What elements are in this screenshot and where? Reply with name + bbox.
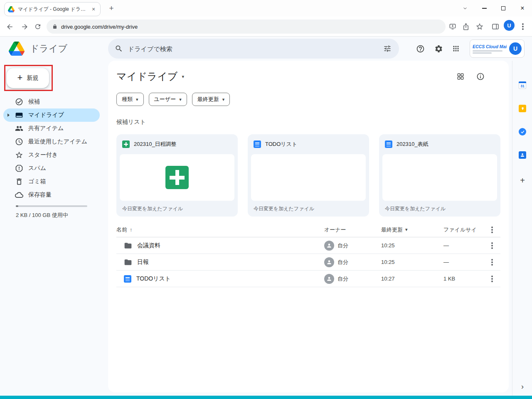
search-bar[interactable] xyxy=(108,39,399,59)
sidebar-item-spam[interactable]: スパム xyxy=(3,162,100,175)
tasks-app-button[interactable] xyxy=(517,126,528,138)
suggestion-c ards: 202310_日程調整 今日変更を加えたファイル TODOリスト 今日変更を加え… xyxy=(116,134,500,217)
settings-button[interactable] xyxy=(430,40,447,57)
calendar-app-button[interactable]: 31 xyxy=(517,79,528,91)
info-icon xyxy=(476,72,485,81)
trash-icon xyxy=(15,177,23,186)
docs-file-icon xyxy=(385,140,392,148)
row-menu-button[interactable] xyxy=(483,278,500,280)
column-label: 名前 xyxy=(116,226,127,234)
page-title-dropdown[interactable]: マイドライブ ▾ xyxy=(116,70,184,83)
suggestion-card[interactable]: TODOリスト 今日変更を加えたファイル xyxy=(248,134,369,217)
suggestion-reason: 今日変更を加えたファイル xyxy=(248,201,369,217)
file-thumbnail xyxy=(382,154,497,201)
grid-view-icon xyxy=(456,72,465,81)
file-row[interactable]: 日報 自分 10:25 — xyxy=(116,254,500,271)
sidebar-item-suggestions[interactable]: 候補 xyxy=(3,95,100,108)
browser-menu-button[interactable] xyxy=(517,20,529,33)
view-layout-button[interactable] xyxy=(455,71,466,82)
expand-arrow-icon[interactable] xyxy=(7,113,10,117)
column-settings-button[interactable] xyxy=(483,229,500,231)
filter-chip-type[interactable]: 種類 ▾ xyxy=(116,93,144,106)
row-menu-button[interactable] xyxy=(483,261,500,263)
share-button[interactable] xyxy=(460,20,472,33)
sidebar-item-recent[interactable]: 最近使用したアイテム xyxy=(3,135,100,148)
suggestion-card[interactable]: 202310_表紙 今日変更を加えたファイル xyxy=(379,134,500,217)
file-size: — xyxy=(443,259,483,265)
maximize-button[interactable] xyxy=(494,0,513,17)
details-button[interactable] xyxy=(475,71,486,82)
sidebar-item-my-drive[interactable]: マイドライブ xyxy=(3,108,100,122)
bookmark-button[interactable] xyxy=(473,20,486,33)
file-size: — xyxy=(443,242,483,249)
sidebar-item-starred[interactable]: スター付き xyxy=(3,148,100,162)
file-name: 会議資料 xyxy=(137,242,160,249)
row-menu-button[interactable] xyxy=(483,245,500,246)
page-title: マイドライブ xyxy=(116,70,177,83)
new-button[interactable]: + 新規 xyxy=(7,68,49,88)
chevron-down-icon xyxy=(463,6,468,11)
contacts-icon xyxy=(519,151,526,159)
browser-tab[interactable]: マイドライブ - Google ドライブ × xyxy=(4,2,101,16)
column-label: 最終更新 xyxy=(381,226,403,234)
docs-file-icon xyxy=(254,140,261,148)
new-tab-button[interactable]: + xyxy=(106,3,116,13)
storage-usage-text: 2 KB / 100 GB 使用中 xyxy=(16,212,68,219)
suggestion-card-header: 202310_日程調整 xyxy=(116,134,238,154)
sidebar-item-label: 共有アイテム xyxy=(28,125,64,132)
sidebar-item-storage[interactable]: 保存容量 xyxy=(3,188,100,202)
bulb-icon xyxy=(520,106,525,111)
search-input[interactable] xyxy=(128,45,374,52)
filter-chip-user[interactable]: ユーザー ▾ xyxy=(149,93,187,106)
file-name: TODOリスト xyxy=(265,140,297,148)
file-row[interactable]: TODOリスト 自分 10:27 1 KB xyxy=(116,271,500,287)
filter-chips: 種類 ▾ ユーザー ▾ 最終更新 ▾ xyxy=(116,93,500,106)
side-panel-button[interactable] xyxy=(489,20,502,33)
column-header-owner[interactable]: オーナー xyxy=(324,226,381,234)
minimize-icon xyxy=(482,8,487,9)
url-bar[interactable]: drive.google.com/drive/my-drive xyxy=(47,20,446,34)
search-options-button[interactable] xyxy=(379,40,396,57)
tab-search-button[interactable] xyxy=(456,0,475,17)
tab-close-icon[interactable]: × xyxy=(90,6,97,12)
drive-header: ドライブ ECCS Cloud Mail xyxy=(0,37,532,61)
owner-avatar xyxy=(324,241,334,251)
tasks-icon xyxy=(519,128,526,135)
account-avatar[interactable]: U xyxy=(509,42,522,55)
install-app-button[interactable] xyxy=(446,20,459,33)
suggestion-card-header: 202310_表紙 xyxy=(379,134,500,154)
file-row[interactable]: 会議資料 自分 10:25 — xyxy=(116,237,500,254)
keep-app-button[interactable] xyxy=(517,103,528,114)
forward-button[interactable] xyxy=(17,20,32,34)
close-window-button[interactable]: × xyxy=(513,0,532,17)
tab-title: マイドライブ - Google ドライブ xyxy=(18,6,87,13)
person-icon xyxy=(326,259,332,265)
account-badge[interactable]: ECCS Cloud Mail U xyxy=(470,39,525,58)
caret-down-icon: ▾ xyxy=(405,227,408,232)
column-header-name[interactable]: 名前 ↑ xyxy=(116,226,324,234)
back-button[interactable] xyxy=(2,20,17,34)
back-arrow-icon xyxy=(6,23,14,31)
help-button[interactable] xyxy=(412,40,429,57)
browser-profile-avatar[interactable]: U xyxy=(504,20,515,31)
plus-icon: + xyxy=(17,73,23,82)
column-header-modified[interactable]: 最終更新 ▾ xyxy=(381,226,443,234)
suggestion-card[interactable]: 202310_日程調整 今日変更を加えたファイル xyxy=(116,134,238,217)
apps-grid-button[interactable] xyxy=(448,40,464,57)
sidebar-item-trash[interactable]: ゴミ箱 xyxy=(3,175,100,188)
reload-button[interactable] xyxy=(31,20,45,34)
sidebar-item-label: 最近使用したアイテム xyxy=(28,138,87,145)
column-header-size[interactable]: ファイルサイ xyxy=(443,226,483,234)
new-button-label: 新規 xyxy=(27,74,38,82)
contacts-app-button[interactable] xyxy=(517,149,528,161)
install-icon xyxy=(448,22,457,31)
minimize-button[interactable] xyxy=(475,0,494,17)
sidebar-item-shared[interactable]: 共有アイテム xyxy=(3,122,100,135)
modified-time: 10:27 xyxy=(381,276,443,282)
caret-down-icon: ▾ xyxy=(179,97,182,102)
show-side-panel-button[interactable]: › xyxy=(517,381,528,392)
account-logo: ECCS Cloud Mail xyxy=(473,44,507,54)
filter-chip-modified[interactable]: 最終更新 ▾ xyxy=(192,93,230,106)
get-addons-button[interactable]: + xyxy=(517,175,528,186)
file-table: 名前 ↑ オーナー 最終更新 ▾ ファイルサイ 会議資料 xyxy=(116,222,500,287)
